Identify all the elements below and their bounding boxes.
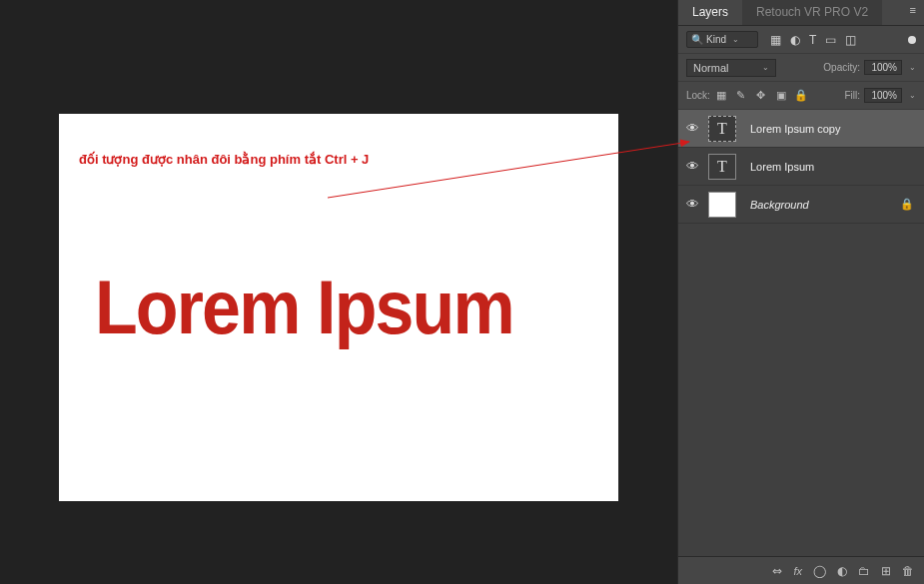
filter-smart-icon[interactable]: ◫ — [845, 33, 856, 47]
chevron-down-icon: ⌄ — [762, 63, 769, 72]
type-icon: T — [717, 120, 727, 138]
chevron-down-icon[interactable]: ⌄ — [909, 63, 916, 72]
filter-shape-icon[interactable]: ▭ — [825, 33, 836, 47]
panel-tabs: Layers Retouch VR PRO V2 ≡ — [678, 0, 924, 26]
lock-artboard-icon[interactable]: ▣ — [774, 89, 788, 102]
fill-input[interactable]: 100% — [864, 88, 902, 103]
panel-footer: ⇔ fx ◯ ◐ 🗀 ⊞ 🗑 — [678, 556, 924, 584]
lock-position-icon[interactable]: ✥ — [754, 89, 768, 102]
visibility-toggle[interactable]: 👁 — [682, 159, 702, 174]
layers-list: 👁 T Lorem Ipsum copy 👁 T Lorem Ipsum 👁 B… — [678, 110, 924, 556]
lock-row: Lock: ▦ ✎ ✥ ▣ 🔒 Fill: 100% ⌄ — [678, 82, 924, 110]
visibility-toggle[interactable]: 👁 — [682, 197, 702, 212]
delete-icon[interactable]: 🗑 — [902, 564, 914, 578]
opacity-input[interactable]: 100% — [864, 60, 902, 75]
text-layer-content[interactable]: Lorem Ipsum — [95, 264, 513, 350]
layer-name[interactable]: Lorem Ipsum — [750, 161, 814, 173]
opacity-label: Opacity: — [823, 62, 860, 73]
layer-item[interactable]: 👁 Background 🔒 — [678, 186, 924, 224]
layer-thumbnail[interactable]: T — [708, 154, 736, 180]
layer-name[interactable]: Background — [750, 199, 809, 211]
filter-kind-select[interactable]: 🔍 Kind ⌄ — [686, 31, 758, 48]
visibility-toggle[interactable]: 👁 — [682, 121, 702, 136]
filter-row: 🔍 Kind ⌄ ▦ ◐ T ▭ ◫ — [678, 26, 924, 54]
filter-kind-label: Kind — [706, 34, 726, 45]
tutorial-annotation: đối tượng được nhân đôi bằng phím tắt Ct… — [79, 152, 369, 167]
blend-mode-value: Normal — [693, 62, 728, 74]
layer-item[interactable]: 👁 T Lorem Ipsum copy — [678, 110, 924, 148]
fill-label: Fill: — [844, 90, 860, 101]
chevron-down-icon[interactable]: ⌄ — [909, 91, 916, 100]
panel-menu-icon[interactable]: ≡ — [902, 0, 924, 25]
layer-thumbnail[interactable] — [708, 192, 736, 218]
layers-panel: Layers Retouch VR PRO V2 ≡ 🔍 Kind ⌄ ▦ ◐ … — [677, 0, 924, 584]
filter-toggle[interactable] — [908, 36, 916, 44]
adjustment-icon[interactable]: ◐ — [837, 564, 847, 578]
group-icon[interactable]: 🗀 — [858, 564, 870, 578]
layer-item[interactable]: 👁 T Lorem Ipsum — [678, 148, 924, 186]
lock-pixels-icon[interactable]: ✎ — [734, 89, 748, 102]
lock-label: Lock: — [686, 90, 710, 101]
new-layer-icon[interactable]: ⊞ — [881, 564, 891, 578]
lock-indicator-icon: 🔒 — [900, 198, 914, 211]
workspace: đối tượng được nhân đôi bằng phím tắt Ct… — [0, 0, 677, 584]
layer-thumbnail[interactable]: T — [708, 116, 736, 142]
tab-layers[interactable]: Layers — [678, 0, 742, 25]
tab-retouch[interactable]: Retouch VR PRO V2 — [742, 0, 882, 25]
blend-mode-select[interactable]: Normal ⌄ — [686, 59, 776, 77]
document-canvas[interactable]: đối tượng được nhân đôi bằng phím tắt Ct… — [59, 114, 618, 501]
blend-row: Normal ⌄ Opacity: 100% ⌄ — [678, 54, 924, 82]
filter-type-icon[interactable]: T — [809, 33, 816, 47]
chevron-down-icon: ⌄ — [732, 35, 739, 44]
lock-transparency-icon[interactable]: ▦ — [714, 89, 728, 102]
filter-pixel-icon[interactable]: ▦ — [770, 33, 781, 47]
type-icon: T — [717, 158, 727, 176]
mask-icon[interactable]: ◯ — [813, 564, 826, 578]
search-icon: 🔍 — [691, 34, 703, 45]
filter-adjust-icon[interactable]: ◐ — [790, 33, 800, 47]
fx-icon[interactable]: fx — [793, 565, 802, 577]
link-layers-icon[interactable]: ⇔ — [772, 564, 782, 578]
lock-all-icon[interactable]: 🔒 — [794, 89, 808, 102]
layer-name[interactable]: Lorem Ipsum copy — [750, 123, 840, 135]
